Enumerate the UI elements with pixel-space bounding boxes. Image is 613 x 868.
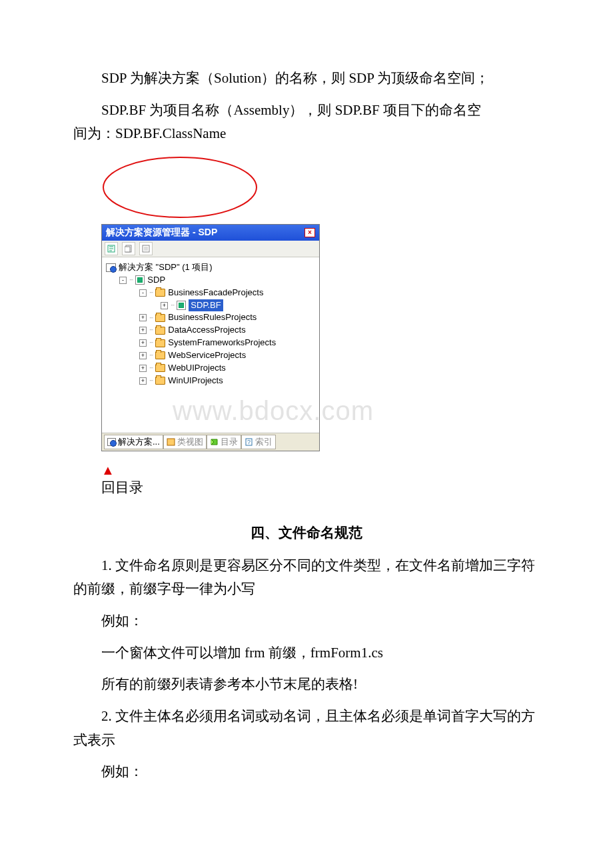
expand-icon[interactable]: +	[139, 377, 147, 385]
folder-icon	[155, 364, 165, 372]
expand-icon[interactable]: +	[139, 314, 147, 321]
tab-contents[interactable]: 目录	[207, 435, 241, 449]
s4-p3: 一个窗体文件可以增加 frm 前缀，frmForm1.cs	[73, 641, 540, 665]
tab-label: 索引	[255, 436, 273, 448]
bottom-tabs: 解决方案... 类视图 目录 ? 索引	[102, 433, 319, 451]
folder-label: BusinessFacadeProjects	[168, 287, 263, 299]
project-icon	[135, 275, 145, 285]
paragraph-2b: 间为：SDP.BF.ClassName	[73, 122, 540, 146]
tree-folder-bfp[interactable]: - ··· BusinessFacadeProjects	[106, 287, 316, 299]
folder-icon	[155, 327, 165, 335]
collapse-icon[interactable]: -	[139, 289, 147, 297]
toolbar-btn-show-all[interactable]	[122, 242, 135, 255]
back-to-contents-link[interactable]: 回目录	[101, 478, 540, 497]
tree-folder-wsp[interactable]: + ··· WebServiceProjects	[106, 349, 316, 362]
tab-label: 目录	[221, 436, 238, 448]
folder-label: WebUIProjects	[168, 362, 225, 375]
tab-solution[interactable]: 解决方案...	[104, 435, 163, 449]
folder-label: SystemFrameworksProjects	[168, 337, 276, 349]
tree-connector: ···	[129, 275, 133, 285]
folder-label: BusinessRulesProjects	[168, 311, 257, 324]
paragraph-1: SDP 为解决方案（Solution）的名称，则 SDP 为顶级命名空间；	[73, 67, 540, 91]
svg-rect-5	[144, 247, 148, 251]
tree-connector: ···	[149, 376, 153, 386]
svg-text:?: ?	[247, 439, 251, 445]
s4-p5: 2. 文件主体名必须用名词或动名词，且主体名必须是单词首字大写的方式表示	[73, 705, 540, 752]
tree-solution-node[interactable]: 解决方案 "SDP" (1 项目)	[106, 261, 316, 274]
s4-p1: 1. 文件命名原则是更容易区分不同的文件类型，在文件名前增加三字符的前缀，前缀字…	[73, 554, 540, 601]
paragraph-2a: SDP.BF 为项目名称（Assembly），则 SDP.BF 项目下的命名空	[73, 99, 540, 123]
window-title: 解决方案资源管理器 - SDP	[106, 227, 217, 239]
s4-p6: 例如：	[73, 760, 540, 784]
tab-class-view[interactable]: 类视图	[163, 435, 207, 449]
tree-folder-dap[interactable]: + ··· DataAccessProjects	[106, 324, 316, 337]
toolbar-btn-properties[interactable]	[105, 242, 118, 255]
folder-label: DataAccessProjects	[168, 324, 245, 337]
tree-connector: ···	[149, 351, 153, 361]
expand-icon[interactable]: +	[139, 365, 147, 372]
folder-icon	[155, 314, 165, 322]
tree-folder-brp[interactable]: + ··· BusinessRulesProjects	[106, 311, 316, 324]
folder-icon	[155, 339, 165, 347]
expand-icon[interactable]: +	[161, 302, 168, 309]
tree-connector: ···	[149, 325, 153, 335]
s4-p4: 所有的前缀列表请参考本小节末尾的表格!	[73, 673, 540, 697]
tree-folder-sfp[interactable]: + ··· SystemFrameworksProjects	[106, 337, 316, 349]
svg-point-0	[103, 157, 257, 217]
tree-project-node[interactable]: - ··· SDP	[106, 274, 316, 287]
window-toolbar	[102, 241, 319, 257]
folder-icon	[155, 351, 165, 359]
tree-connector: ···	[171, 301, 174, 311]
contents-icon	[210, 438, 219, 446]
s4-p2: 例如：	[73, 609, 540, 633]
tree-connector: ···	[149, 338, 153, 348]
folder-label: WebServiceProjects	[168, 349, 246, 362]
solution-icon	[106, 263, 116, 272]
close-icon[interactable]: ×	[305, 228, 315, 237]
tree-connector: ···	[149, 313, 153, 323]
project-icon	[177, 301, 186, 310]
section-4-title: 四、文件命名规范	[73, 523, 540, 542]
tree-folder-winui[interactable]: + ··· WinUIProjects	[106, 375, 316, 387]
tab-label: 类视图	[177, 436, 203, 448]
back-arrow-icon: ▲	[101, 463, 540, 477]
window-titlebar[interactable]: 解决方案资源管理器 - SDP ×	[102, 225, 319, 241]
project-label: SDP	[147, 274, 165, 287]
expand-icon[interactable]: +	[139, 352, 147, 359]
expand-icon[interactable]: +	[139, 327, 147, 334]
tab-label: 解决方案...	[118, 436, 160, 448]
class-view-icon	[167, 438, 175, 446]
annotation-ellipse	[100, 154, 540, 224]
svg-rect-6	[167, 439, 175, 445]
selected-project-label: SDP.BF	[189, 299, 223, 312]
solution-explorer-window: 解决方案资源管理器 - SDP × 解决方案 "SDP" (1 项目) - ··…	[101, 224, 320, 451]
toolbar-btn-refresh[interactable]	[139, 242, 153, 255]
folder-label: WinUIProjects	[168, 375, 223, 387]
watermark-text: www.bdocx.com	[173, 391, 374, 430]
solution-label: 解决方案 "SDP" (1 项目)	[119, 261, 213, 274]
tree-folder-webui[interactable]: + ··· WebUIProjects	[106, 362, 316, 375]
tree-project-sdp-bf[interactable]: + ··· SDP.BF	[106, 299, 316, 312]
solution-tree: 解决方案 "SDP" (1 项目) - ··· SDP - ··· Busine…	[102, 257, 319, 432]
folder-icon	[155, 289, 165, 297]
tab-index[interactable]: ? 索引	[241, 435, 276, 449]
tree-connector: ···	[149, 363, 153, 373]
solution-icon	[107, 438, 116, 446]
collapse-icon[interactable]: -	[119, 277, 127, 284]
svg-rect-3	[125, 247, 130, 252]
folder-icon	[155, 377, 165, 385]
tree-connector: ···	[149, 288, 153, 298]
index-icon: ?	[245, 438, 253, 446]
expand-icon[interactable]: +	[139, 339, 147, 347]
